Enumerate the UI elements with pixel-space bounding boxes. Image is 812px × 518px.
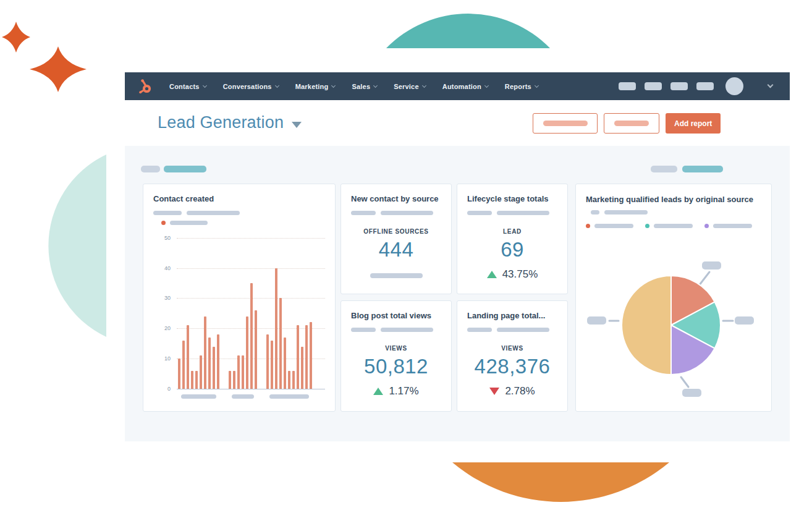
bar bbox=[250, 283, 253, 389]
placeholder-pill bbox=[654, 224, 693, 228]
metric-label: LEAD bbox=[467, 228, 557, 235]
button-placeholder-text bbox=[614, 121, 649, 126]
delta-up-icon bbox=[487, 271, 497, 278]
account-chevron-down-icon[interactable] bbox=[768, 82, 774, 88]
bar-group bbox=[178, 316, 219, 389]
bar-group bbox=[266, 268, 312, 389]
nav-item-label: Contacts bbox=[169, 83, 200, 90]
hubspot-logo-icon[interactable] bbox=[137, 79, 153, 95]
nav-item-automation[interactable]: Automation bbox=[442, 83, 488, 90]
x-label-slot bbox=[178, 394, 219, 399]
panel-filter-placeholder-right-gray bbox=[651, 166, 677, 172]
x-label-slot bbox=[229, 394, 257, 399]
delta-value: 2.78% bbox=[505, 385, 535, 397]
card-title: New contact by source bbox=[351, 193, 441, 205]
bar-plot-area bbox=[177, 238, 325, 389]
delta-up-icon bbox=[373, 388, 383, 395]
header-outline-button-1[interactable] bbox=[533, 113, 598, 134]
card-title: Contact created bbox=[153, 193, 325, 205]
dashboard-panel: Contact created 01020304050 New contact … bbox=[125, 146, 790, 441]
placeholder-pill bbox=[467, 328, 492, 332]
bar bbox=[288, 371, 290, 389]
panel-filter-placeholder-right-teal bbox=[682, 166, 723, 172]
metric-value: 444 bbox=[351, 238, 441, 261]
dashboard-title-dropdown[interactable]: Lead Generation bbox=[158, 113, 302, 132]
metric-value: 69 bbox=[467, 238, 557, 261]
card-blog-post-total-views: Blog post total views VIEWS 50,812 1.17% bbox=[340, 300, 452, 412]
x-axis-baseline bbox=[177, 389, 325, 389]
card-title: Landing page total... bbox=[467, 310, 557, 322]
nav-item-conversations[interactable]: Conversations bbox=[223, 83, 279, 90]
bar bbox=[284, 338, 286, 389]
orange-dome-shape bbox=[452, 462, 669, 502]
card-new-contact-by-source: New contact by source OFFLINE SOURCES 44… bbox=[340, 184, 452, 294]
legend-item bbox=[704, 224, 752, 228]
legend-item bbox=[645, 224, 693, 228]
bar-xaxis-placeholders bbox=[178, 394, 312, 399]
placeholder-pill bbox=[497, 211, 549, 215]
avatar[interactable] bbox=[725, 77, 743, 95]
card-contact-created: Contact created 01020304050 bbox=[143, 184, 336, 412]
metric-label: VIEWS bbox=[467, 345, 557, 352]
nav-item-label: Reports bbox=[505, 83, 531, 90]
bar bbox=[204, 316, 206, 389]
pie-chart bbox=[576, 251, 772, 405]
bar bbox=[217, 334, 219, 389]
placeholder-pill bbox=[381, 328, 433, 332]
pie-legend bbox=[586, 224, 761, 228]
metric-delta: 1.17% bbox=[351, 385, 441, 397]
placeholder-pill bbox=[467, 211, 492, 215]
card-title: Blog post total views bbox=[351, 310, 441, 322]
chevron-down-icon bbox=[275, 83, 279, 87]
metric-label: VIEWS bbox=[351, 345, 441, 352]
nav-placeholder-button-2[interactable] bbox=[645, 82, 662, 90]
chevron-down-icon bbox=[484, 83, 489, 87]
nav-item-sales[interactable]: Sales bbox=[352, 83, 377, 90]
header-outline-button-2[interactable] bbox=[604, 113, 659, 134]
placeholder-pill bbox=[351, 211, 376, 215]
bar bbox=[266, 334, 269, 389]
card-lifecycle-stage-totals: Lifecycle stage totals LEAD 69 43.75% bbox=[457, 184, 568, 294]
bar-chart-legend bbox=[161, 221, 325, 225]
delta-value: 43.75% bbox=[502, 268, 538, 281]
card-title-text: Marketing qualified leads by original so… bbox=[586, 195, 753, 204]
nav-item-service[interactable]: Service bbox=[394, 83, 426, 90]
add-report-button[interactable]: Add report bbox=[666, 113, 721, 134]
x-label-placeholder-pill bbox=[269, 394, 309, 399]
nav-item-marketing[interactable]: Marketing bbox=[295, 83, 336, 90]
nav-placeholder-button-4[interactable] bbox=[696, 82, 714, 90]
metric-label: OFFLINE SOURCES bbox=[351, 228, 441, 235]
bar-yaxis: 01020304050 bbox=[153, 235, 172, 389]
pie-slice-4 bbox=[622, 276, 671, 375]
placeholder-pill bbox=[591, 210, 599, 214]
nav-placeholder-button-3[interactable] bbox=[670, 82, 688, 90]
bar bbox=[305, 325, 308, 388]
nav-placeholder-button-1[interactable] bbox=[619, 82, 636, 90]
placeholder-pill bbox=[370, 273, 423, 278]
nav-item-label: Service bbox=[394, 83, 419, 90]
button-placeholder-text bbox=[543, 121, 588, 126]
nav-item-label: Marketing bbox=[295, 83, 329, 90]
nav-item-contacts[interactable]: Contacts bbox=[169, 83, 206, 90]
y-tick-label: 20 bbox=[153, 325, 171, 331]
chevron-down-icon bbox=[535, 83, 539, 87]
bar bbox=[301, 347, 303, 389]
nav-item-reports[interactable]: Reports bbox=[505, 83, 538, 90]
top-nav: ContactsConversationsMarketingSalesServi… bbox=[125, 72, 790, 100]
bar bbox=[182, 341, 185, 389]
metric-delta: 43.75% bbox=[467, 268, 557, 281]
bar bbox=[292, 371, 295, 389]
card-subtitle-placeholders bbox=[467, 211, 557, 215]
panel-filter-placeholder-left-teal bbox=[164, 166, 206, 172]
bar bbox=[297, 325, 299, 388]
nav-menu: ContactsConversationsMarketingSalesServi… bbox=[169, 83, 555, 90]
sparkle-small-icon bbox=[2, 22, 30, 53]
bar bbox=[255, 310, 257, 389]
card-title: Lifecycle stage totals bbox=[467, 193, 557, 205]
bar bbox=[191, 371, 193, 389]
x-label-placeholder-pill bbox=[232, 394, 254, 399]
placeholder-pill bbox=[170, 221, 208, 225]
bar bbox=[246, 316, 248, 389]
placeholder-pill bbox=[187, 211, 240, 215]
bar-group bbox=[229, 283, 257, 389]
